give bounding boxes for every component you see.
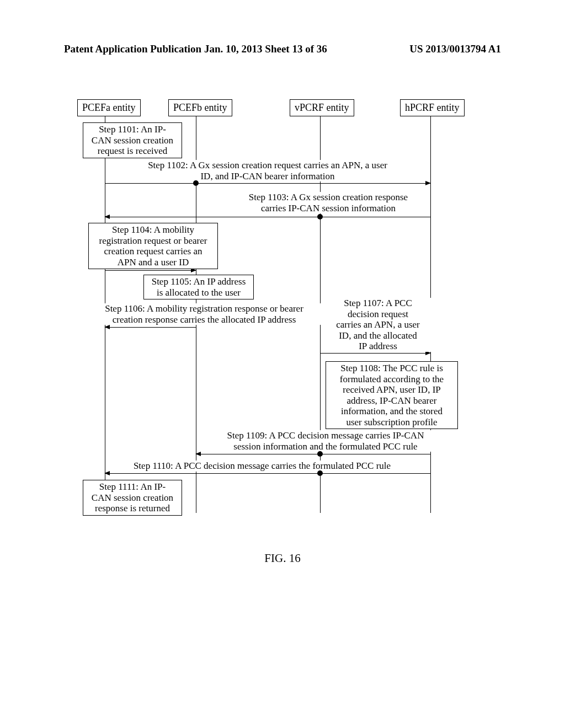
step-1110-arrow bbox=[105, 473, 430, 474]
step-1101-box: Step 1101: An IP-CAN session creationreq… bbox=[83, 122, 182, 158]
header-center: Jan. 10, 2013 Sheet 13 of 36 bbox=[204, 43, 327, 55]
dot-1103 bbox=[317, 214, 323, 220]
header-right: US 2013/0013794 A1 bbox=[409, 43, 501, 55]
sequence-diagram: PCEFa entity PCEFb entity vPCRF entity h… bbox=[88, 99, 463, 529]
step-1106-arrow bbox=[105, 327, 196, 328]
header-left: Patent Application Publication bbox=[64, 43, 201, 55]
step-1107-label: Step 1107: A PCCdecision requestcarries … bbox=[323, 298, 433, 352]
step-1104-box: Step 1104: A mobilityregistration reques… bbox=[88, 223, 218, 269]
entity-pcefb: PCEFb entity bbox=[168, 99, 232, 116]
step-1108-box: Step 1108: The PCC rule isformulated acc… bbox=[326, 361, 458, 429]
dot-1102 bbox=[193, 180, 199, 186]
page: Patent Application Publication Jan. 10, … bbox=[0, 0, 565, 728]
entity-pcefa: PCEFa entity bbox=[77, 99, 141, 116]
step-1111-box: Step 1111: An IP-CAN session creationres… bbox=[83, 480, 182, 516]
step-1104-arrow bbox=[105, 270, 196, 271]
dot-1109 bbox=[317, 451, 323, 457]
entity-hpcrf: hPCRF entity bbox=[400, 99, 465, 116]
step-1109-label: Step 1109: A PCC decision message carrie… bbox=[212, 430, 439, 452]
step-1107-arrow bbox=[320, 353, 430, 354]
step-1103-label: Step 1103: A Gx session creation respons… bbox=[226, 192, 430, 213]
figure-caption: FIG. 16 bbox=[0, 552, 565, 565]
step-1102-arrow bbox=[105, 183, 430, 184]
step-1102-label: Step 1102: A Gx session creation request… bbox=[121, 160, 414, 181]
step-1109-arrow bbox=[196, 454, 430, 454]
step-1106-label: Step 1106: A mobility registration respo… bbox=[86, 303, 323, 325]
step-1110-label: Step 1110: A PCC decision message carrie… bbox=[119, 461, 406, 472]
entity-vpcrf: vPCRF entity bbox=[290, 99, 354, 116]
dot-1110 bbox=[317, 470, 323, 476]
step-1103-arrow bbox=[105, 217, 430, 217]
step-1105-box: Step 1105: An IP addressis allocated to … bbox=[143, 275, 254, 299]
